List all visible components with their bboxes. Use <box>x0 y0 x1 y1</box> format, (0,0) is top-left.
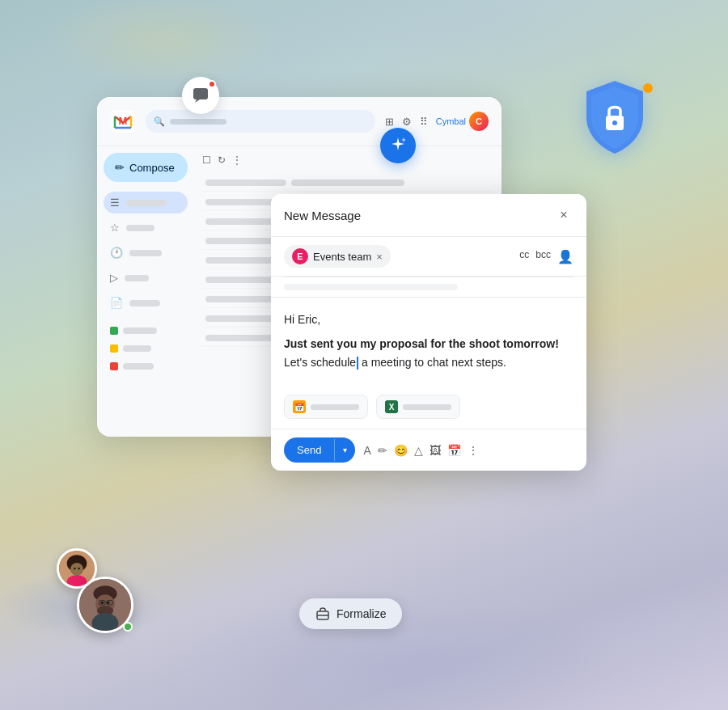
sparkle-icon <box>388 136 408 155</box>
green-dot <box>110 327 118 335</box>
send-label: Send <box>284 437 334 463</box>
add-recipients-button[interactable]: 👤 <box>557 249 574 264</box>
compose-window-title: New Message <box>284 209 361 222</box>
close-button[interactable]: × <box>554 205 574 225</box>
sidebar-bar <box>126 200 167 206</box>
cymbal-badge: Cymbal C <box>436 112 489 131</box>
remove-recipient-button[interactable]: × <box>376 251 383 263</box>
sidebar-item-drafts[interactable]: 📄 <box>104 292 188 314</box>
attachment-bar <box>403 404 451 410</box>
shield-security-badge <box>578 77 651 161</box>
label-bar <box>123 363 154 370</box>
sidebar-item-sent[interactable]: ▷ <box>104 267 188 289</box>
body-line3: Let's schedule a meeting to chat next st… <box>284 353 574 371</box>
label-bar <box>123 328 157 334</box>
apps-icon: ⠿ <box>420 116 428 128</box>
body-line2-bold: Just sent you my proposal for the shoot … <box>284 337 559 350</box>
sidebar-bar <box>129 250 162 256</box>
orange-dot <box>110 344 118 353</box>
link-icon[interactable]: △ <box>414 444 423 457</box>
search-placeholder <box>170 119 226 125</box>
compose-label: Compose <box>129 162 175 174</box>
gmail-logo: M <box>110 108 136 134</box>
cc-button[interactable]: cc <box>519 249 529 264</box>
notification-dot <box>208 80 216 88</box>
svg-point-9 <box>74 568 76 570</box>
svg-point-4 <box>612 120 617 125</box>
inbox-icon: ☰ <box>110 197 120 209</box>
compose-footer: Send ▾ A ✏ 😊 △ 🖼 📅 ⋮ <box>271 429 586 471</box>
excel-attachment[interactable]: X <box>376 395 460 419</box>
label-orange[interactable] <box>104 341 188 356</box>
cc-bcc-buttons: cc bcc 👤 <box>519 249 574 264</box>
svg-point-15 <box>92 613 119 633</box>
label-bar <box>123 345 151 352</box>
cymbal-label: Cymbal <box>436 116 466 126</box>
recipient-avatar: E <box>292 248 308 264</box>
recipient-name: Events team <box>313 251 371 263</box>
compose-body[interactable]: Hi Eric, Just sent you my proposal for t… <box>271 298 586 395</box>
text-format-icon[interactable]: A <box>363 444 370 457</box>
calendar-inline-icon[interactable]: 📅 <box>447 444 461 457</box>
attachment-bar <box>311 404 359 410</box>
svg-point-7 <box>70 563 83 576</box>
gmail-sidebar: ✏ Compose ☰ ☆ 🕐 ▷ <box>97 146 194 437</box>
svg-point-10 <box>78 568 80 570</box>
send-button[interactable]: Send ▾ <box>284 437 355 463</box>
svg-text:M: M <box>119 115 128 127</box>
send-dropdown-arrow[interactable]: ▾ <box>334 439 355 461</box>
sidebar-item-snoozed[interactable]: 🕐 <box>104 242 188 264</box>
greeting-line: Hi Eric, <box>284 311 574 328</box>
online-status-dot <box>123 622 133 632</box>
email-bar <box>205 335 280 341</box>
drafts-icon: 📄 <box>110 297 123 309</box>
draw-icon[interactable]: ✏ <box>378 444 387 457</box>
excel-icon: X <box>385 400 398 413</box>
shield-notification-dot <box>643 83 653 93</box>
label-green[interactable] <box>104 323 188 338</box>
pencil-icon: ✏ <box>115 161 125 174</box>
label-list <box>104 323 188 374</box>
sidebar-item-starred[interactable]: ☆ <box>104 217 188 239</box>
chat-bubble-float[interactable] <box>182 77 219 114</box>
sidebar-bar <box>125 275 149 281</box>
formalize-button[interactable]: Formalize <box>299 598 402 629</box>
more-icon: ⋮ <box>232 154 242 166</box>
bcc-button[interactable]: bcc <box>535 249 551 264</box>
scene: M 🔍 ⊞ ⚙ ⠿ Cymbal C ✏ <box>32 32 696 678</box>
shield-icon <box>578 77 651 158</box>
briefcase-icon <box>315 606 330 621</box>
body-line2: Just sent you my proposal for the shoot … <box>284 335 574 353</box>
compose-text: Hi Eric, Just sent you my proposal for t… <box>284 311 574 371</box>
email-row[interactable] <box>202 175 493 192</box>
email-bar <box>205 296 277 302</box>
sidebar-bar <box>126 225 154 231</box>
settings-icon: ⚙ <box>402 116 412 128</box>
email-bar <box>205 199 278 205</box>
gmail-search-bar[interactable]: 🔍 <box>146 110 375 133</box>
formatting-toolbar: A ✏ 😊 △ 🖼 📅 ⋮ <box>363 444 478 457</box>
grid-icon: ⊞ <box>385 116 394 128</box>
clock-icon: 🕐 <box>110 247 123 259</box>
compose-to-field[interactable]: E Events team × cc bcc 👤 <box>271 237 586 277</box>
svg-point-16 <box>101 601 104 604</box>
label-red[interactable] <box>104 359 188 374</box>
formalize-label: Formalize <box>336 607 386 620</box>
image-icon[interactable]: 🖼 <box>430 444 441 457</box>
compose-window: New Message × E Events team × cc bcc 👤 <box>271 194 586 471</box>
chat-icon <box>192 87 210 104</box>
emoji-icon[interactable]: 😊 <box>394 444 408 457</box>
recipient-chip: E Events team × <box>284 245 391 268</box>
subject-line[interactable] <box>271 277 586 298</box>
more-options-icon[interactable]: ⋮ <box>468 444 479 457</box>
checkbox-icon: ☐ <box>202 154 211 166</box>
calendar-attachment[interactable]: 📅 <box>284 395 368 419</box>
email-list-toolbar: ☐ ↻ ⋮ <box>202 151 493 169</box>
compose-button[interactable]: ✏ Compose <box>104 153 188 182</box>
red-dot <box>110 362 118 370</box>
sparkle-button[interactable] <box>380 128 416 163</box>
sidebar-item-inbox[interactable]: ☰ <box>104 192 188 213</box>
email-bar <box>205 238 274 244</box>
attachment-row: 📅 X <box>271 395 586 429</box>
refresh-icon: ↻ <box>218 154 226 166</box>
